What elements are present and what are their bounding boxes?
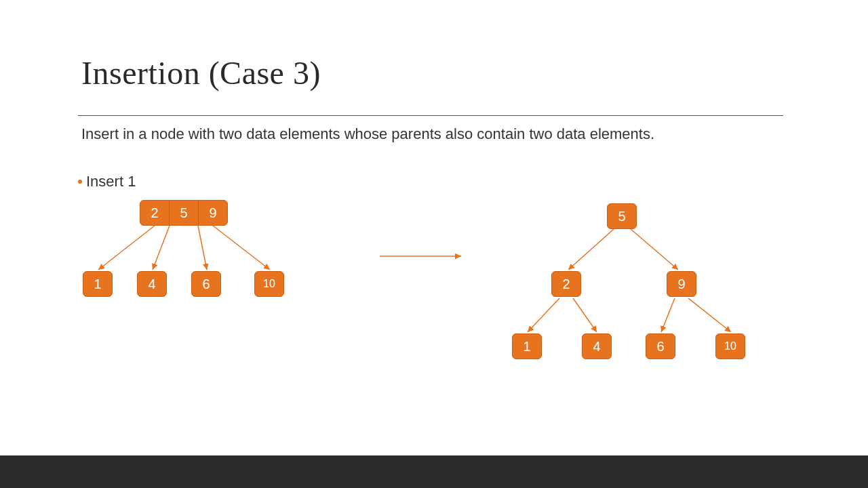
left-root-cell-0: 2 (140, 200, 170, 226)
bullet-text: Insert 1 (86, 173, 136, 190)
right-mid-1: 9 (667, 271, 696, 297)
svg-line-0 (98, 226, 155, 270)
svg-line-2 (198, 226, 207, 270)
svg-line-1 (153, 226, 170, 270)
svg-line-3 (213, 226, 270, 270)
left-leaf-1: 4 (137, 271, 167, 297)
right-leaf-0: 1 (512, 333, 542, 359)
right-leaf-1: 4 (582, 333, 612, 359)
bullet-item: Insert 1 (78, 173, 136, 190)
right-mid-0: 2 (551, 271, 581, 297)
right-leaf-2: 6 (646, 333, 675, 359)
right-root: 5 (607, 203, 637, 229)
svg-line-9 (661, 298, 675, 332)
slide: Insertion (Case 3) Insert in a node with… (0, 0, 868, 488)
bullet-icon (78, 180, 82, 184)
left-leaf-2: 6 (191, 271, 221, 297)
svg-line-5 (568, 229, 614, 270)
svg-line-7 (528, 298, 559, 332)
right-leaf-3: 10 (715, 333, 745, 359)
left-root-cell-1: 5 (169, 200, 199, 226)
left-root-cell-2: 9 (198, 200, 228, 226)
slide-title: Insertion (Case 3) (81, 54, 321, 92)
left-leaf-0: 1 (83, 271, 113, 297)
svg-line-10 (688, 298, 731, 332)
left-leaf-3: 10 (254, 271, 284, 297)
svg-line-8 (573, 298, 597, 332)
title-divider (78, 115, 783, 116)
slide-subtitle: Insert in a node with two data elements … (81, 125, 654, 143)
svg-line-6 (631, 229, 678, 270)
footer-bar (0, 455, 868, 488)
